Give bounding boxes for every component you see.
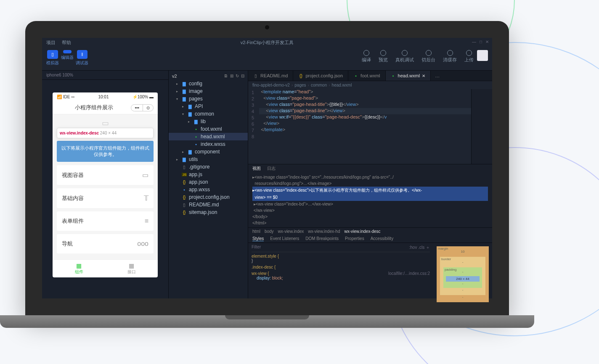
- capsule-button[interactable]: •••⊙: [131, 104, 154, 111]
- json-icon: {}: [182, 210, 187, 215]
- json-icon: {}: [298, 74, 303, 78]
- wxss-icon: ▪: [182, 187, 187, 192]
- dom-path[interactable]: htmlbodywx-view.indexwx-view.index-hdwx-…: [248, 227, 492, 235]
- folder-icon: ▇: [182, 82, 187, 86]
- folder-icon: ▇: [188, 150, 193, 154]
- file-item[interactable]: ▯.gitignore: [169, 163, 248, 171]
- wxml-icon: ▪: [193, 135, 199, 139]
- minimize-button[interactable]: —: [472, 40, 476, 44]
- toolbar-pill-1[interactable]: [63, 50, 72, 53]
- laptop-frame: 项目 帮助 v2-FinClip小程序开发工具 — □ ✕ ▯模拟器编辑器⫴调试…: [25, 21, 509, 328]
- explorer-root[interactable]: v2: [172, 74, 177, 79]
- file-item[interactable]: ▪foot.wxml: [169, 125, 248, 133]
- devtools: 视图日志 ▸<wx-image class="index-logo" src="…: [248, 164, 492, 298]
- explorer-action-icon[interactable]: 🗎: [224, 74, 228, 79]
- close-button[interactable]: ✕: [485, 40, 489, 44]
- file-item[interactable]: {}sitemap.json: [169, 208, 248, 216]
- devtools-tab[interactable]: 视图: [252, 166, 261, 171]
- file-item[interactable]: ▪app.wxss: [169, 186, 248, 193]
- js-icon: JS: [182, 173, 187, 177]
- list-item[interactable]: 视图容器▭: [57, 165, 154, 185]
- folder-item[interactable]: ▸▇lib: [169, 118, 248, 125]
- folder-item[interactable]: ▾▇pages: [169, 95, 248, 103]
- status-time: 10:01: [98, 95, 109, 99]
- simulator-panel: iphone6 100% 📶 IDE ⇿ 10:01 ⚡100% ▬ 小程序组件…: [42, 71, 168, 298]
- file-item[interactable]: ▯README.md: [169, 201, 248, 208]
- styles-subtab[interactable]: Styles: [252, 236, 264, 241]
- item-icon: ≡: [145, 217, 148, 225]
- toolbar-pill-2[interactable]: ⫴: [77, 50, 87, 59]
- minimap[interactable]: [471, 89, 492, 164]
- toolbar-btn-1[interactable]: 预览: [379, 50, 388, 63]
- toolbar-btn-2[interactable]: 真机调试: [395, 50, 414, 63]
- tabbar-tab[interactable]: ▦组件: [53, 260, 105, 277]
- signal-icon: 📶 IDE ⇿: [57, 95, 74, 99]
- file-item[interactable]: JSapp.js: [169, 171, 248, 178]
- folder-item[interactable]: ▸▇component: [169, 148, 248, 156]
- folder-item[interactable]: ▸▇image: [169, 87, 248, 95]
- hov-cls-toggle[interactable]: :hov .cls ＋: [409, 245, 430, 251]
- folder-item[interactable]: ▸▇config: [169, 80, 248, 87]
- toolbar-btn-4[interactable]: 清缓存: [443, 50, 457, 63]
- folder-item[interactable]: ▾▇common: [169, 110, 248, 118]
- list-item[interactable]: 导航ooo: [57, 234, 154, 253]
- item-icon: ▭: [142, 171, 148, 179]
- code-editor[interactable]: <template name="head"> <view class="page…: [259, 89, 471, 164]
- filter-input[interactable]: Filter: [252, 245, 261, 251]
- toolbar-btn-0[interactable]: 编译: [362, 50, 371, 63]
- toolbar-btn-3[interactable]: 切后台: [421, 50, 435, 63]
- explorer-action-icon[interactable]: ⊟: [241, 74, 244, 79]
- inspect-tooltip: wx-view.index-desc 240 × 44: [57, 128, 154, 138]
- toolbar-btn-5[interactable]: 上传: [464, 50, 474, 63]
- list-item[interactable]: 基础内容𝕋: [57, 188, 154, 208]
- window-title: v2-FinClip小程序开发工具: [241, 40, 294, 46]
- avatar[interactable]: [477, 50, 488, 61]
- explorer-action-icon[interactable]: ⊞: [230, 74, 233, 79]
- tabs-more-icon[interactable]: …: [431, 71, 444, 81]
- devtools-tab[interactable]: 日志: [267, 166, 276, 171]
- close-icon[interactable]: ✕: [422, 74, 425, 78]
- folder-item[interactable]: ▸▇API: [169, 103, 248, 110]
- folder-icon: ▇: [193, 119, 199, 124]
- file-item[interactable]: {}project.config.json: [169, 193, 248, 201]
- styles-subtab[interactable]: Event Listeners: [270, 236, 299, 241]
- editor-tab[interactable]: {}project.config.json: [293, 71, 348, 81]
- dom-tree[interactable]: ▸<wx-image class="index-logo" src="../re…: [248, 173, 492, 227]
- tabbar-tab[interactable]: ▦接口: [105, 260, 158, 277]
- editor-tab[interactable]: ▪foot.wxml: [348, 71, 385, 81]
- folder-icon: ▇: [182, 157, 187, 162]
- folder-icon: ▇: [188, 104, 193, 109]
- md-icon: ▯: [182, 203, 187, 207]
- wxml-icon: ▪: [353, 74, 358, 78]
- styles-panel[interactable]: Filter :hov .cls ＋ element.style {}.inde…: [248, 243, 433, 298]
- styles-subtab[interactable]: DOM Breakpoints: [305, 236, 339, 241]
- ide-window: 项目 帮助 v2-FinClip小程序开发工具 — □ ✕ ▯模拟器编辑器⫴调试…: [42, 38, 492, 298]
- file-item[interactable]: ▪index.wxss: [169, 140, 248, 148]
- folder-icon: ▇: [182, 89, 187, 94]
- toolbar-pill-0[interactable]: ▯: [47, 50, 58, 59]
- styles-subtab[interactable]: Accessibility: [371, 236, 393, 241]
- editor-tab[interactable]: ▪head.wxml✕: [386, 71, 431, 81]
- toolbar: ▯模拟器编辑器⫴调试器 编译预览真机调试切后台清缓存上传: [42, 47, 492, 70]
- status-bar: 📶 IDE ⇿ 10:01 ⚡100% ▬: [53, 92, 158, 101]
- breadcrumb[interactable]: fino-applet-demo-v2›pages›common›head.wx…: [248, 81, 492, 89]
- folder-icon: ▇: [188, 112, 193, 116]
- file-item[interactable]: {}app.json: [169, 178, 248, 186]
- editor-area: ▯README.md{}project.config.json▪foot.wxm…: [248, 71, 492, 298]
- page-title: 小程序组件展示: [57, 104, 131, 111]
- explorer-action-icon[interactable]: ↻: [236, 74, 239, 79]
- list-item[interactable]: 表单组件≡: [57, 211, 154, 231]
- maximize-button[interactable]: □: [480, 40, 482, 44]
- menu-project[interactable]: 项目: [46, 40, 56, 46]
- styles-subtab[interactable]: Properties: [345, 236, 364, 241]
- wxss-icon: ▪: [193, 142, 199, 147]
- file-item[interactable]: ▪head.wxml: [169, 133, 248, 140]
- json-icon: {}: [182, 195, 187, 200]
- folder-icon: ▇: [182, 97, 187, 101]
- wxml-icon: ▪: [193, 127, 199, 132]
- file-icon: ▯: [182, 165, 187, 169]
- selected-element[interactable]: 以下将展示小程序官方组件能力，组件样式仅供参考。: [57, 141, 154, 162]
- editor-tab[interactable]: ▯README.md: [248, 71, 293, 81]
- folder-item[interactable]: ▸▇utils: [169, 156, 248, 163]
- menu-help[interactable]: 帮助: [62, 40, 71, 46]
